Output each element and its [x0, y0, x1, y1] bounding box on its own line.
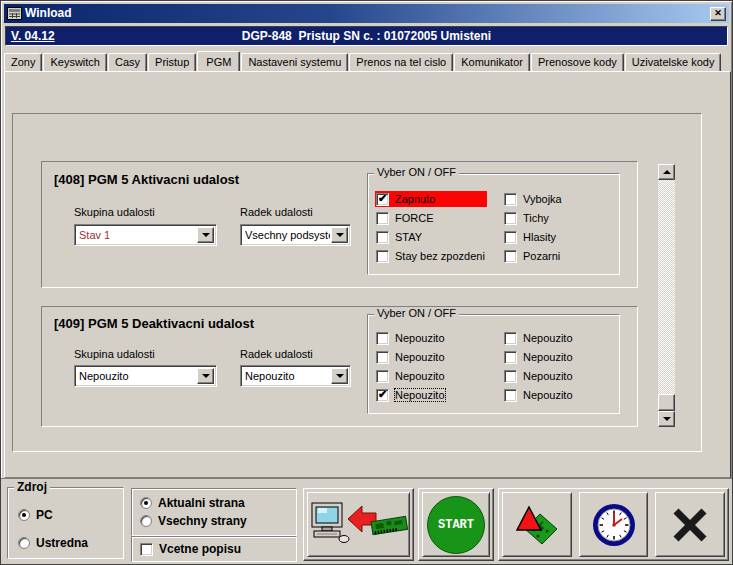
- checkbox[interactable]: [504, 351, 517, 364]
- option-pozarni[interactable]: Pozarni: [504, 248, 560, 264]
- tab-strip: Zony Keyswitch Casy Pristup PGM Nastaven…: [4, 50, 729, 71]
- group-title: [408] PGM 5 Aktivacni udalost: [54, 172, 239, 187]
- checkbox[interactable]: [504, 250, 517, 263]
- dropdown-button[interactable]: [197, 227, 214, 243]
- radio-button[interactable]: [140, 515, 152, 527]
- checkbox[interactable]: [504, 193, 517, 206]
- tab-label: Uzivatelske kody: [632, 56, 715, 68]
- clock-icon: [590, 501, 638, 549]
- radio-aktualni-strana[interactable]: Aktualni strana: [140, 496, 245, 510]
- tab-label: Prenosove kody: [538, 56, 617, 68]
- option-tichy[interactable]: Tichy: [504, 210, 549, 226]
- alert-board-icon: [513, 501, 561, 549]
- checkbox[interactable]: [376, 370, 389, 383]
- dropdown-button[interactable]: [197, 368, 214, 384]
- checkbox[interactable]: [376, 193, 389, 206]
- tab-keyswitch[interactable]: Keyswitch: [43, 53, 107, 71]
- radio-vsechny-strany[interactable]: Vsechny strany: [140, 514, 247, 528]
- tab-label: Keyswitch: [50, 56, 100, 68]
- chevron-down-icon: [202, 374, 210, 378]
- checkbox-label: Pozarni: [523, 250, 560, 262]
- tab-uzivatelske-kody[interactable]: Uzivatelske kody: [625, 53, 722, 71]
- page-scope-panel: Aktualni strana Vsechny strany: [131, 488, 297, 536]
- start-button[interactable]: START: [422, 492, 490, 557]
- option-nepouzito-3[interactable]: Nepouzito: [376, 368, 445, 384]
- option-vybojka[interactable]: Vybojka: [504, 191, 562, 207]
- vertical-scrollbar[interactable]: [658, 164, 675, 427]
- checkbox[interactable]: [140, 543, 153, 556]
- checkbox[interactable]: [376, 389, 389, 402]
- tab-prenos-na-tel-cislo[interactable]: Prenos na tel cislo: [349, 53, 453, 71]
- verify-module-button[interactable]: [502, 492, 572, 557]
- checkbox-label: STAY: [395, 231, 422, 243]
- checkbox[interactable]: [504, 231, 517, 244]
- event-row-combobox[interactable]: Vsechny podsyste: [240, 224, 351, 246]
- app-header: V. 04.12 DGP-848 Pristup SN c. : 0107200…: [5, 26, 728, 46]
- scroll-down-button[interactable]: [658, 411, 675, 427]
- chevron-down-icon: [202, 233, 210, 237]
- tab-komunikator[interactable]: Komunikator: [454, 53, 530, 71]
- tab-label: Zony: [11, 56, 35, 68]
- event-group-combobox[interactable]: Nepouzito: [74, 365, 217, 387]
- pc-transfer-icon: [310, 497, 408, 553]
- event-row-label: Radek udalosti: [240, 348, 313, 360]
- option-zapnuto[interactable]: Zapnuto: [375, 191, 487, 207]
- option-nepouzito-6[interactable]: Nepouzito: [504, 349, 573, 365]
- radio-pc[interactable]: PC: [18, 508, 53, 522]
- tab-casy[interactable]: Casy: [108, 53, 147, 71]
- checkbox[interactable]: [376, 212, 389, 225]
- radio-button[interactable]: [18, 509, 30, 521]
- option-nepouzito-7[interactable]: Nepouzito: [504, 368, 573, 384]
- tab-pristup[interactable]: Pristup: [148, 53, 196, 71]
- dropdown-button[interactable]: [331, 227, 348, 243]
- checkbox[interactable]: [504, 389, 517, 402]
- event-group-label: Skupina udalosti: [74, 206, 155, 218]
- option-stay-bez-zpozdeni[interactable]: Stay bez zpozdeni: [376, 248, 485, 264]
- pgm-tab-page: [408] PGM 5 Aktivacni udalost Skupina ud…: [4, 71, 731, 478]
- combobox-value: Nepouzito: [79, 370, 196, 382]
- checkbox[interactable]: [504, 212, 517, 225]
- transfer-to-pc-button[interactable]: [307, 492, 410, 557]
- include-labels-panel: Vcetne popisu: [131, 536, 297, 562]
- tab-prenosove-kody[interactable]: Prenosove kody: [531, 53, 624, 71]
- close-window-button[interactable]: ✕: [710, 7, 726, 21]
- radio-button[interactable]: [140, 497, 152, 509]
- event-group-combobox[interactable]: Stav 1: [74, 224, 217, 246]
- checkbox[interactable]: [376, 250, 389, 263]
- tab-pgm[interactable]: PGM: [197, 51, 240, 71]
- checkbox[interactable]: [376, 332, 389, 345]
- radio-ustredna[interactable]: Ustredna: [18, 536, 88, 550]
- checkbox[interactable]: [376, 231, 389, 244]
- option-hlasity[interactable]: Hlasity: [504, 229, 556, 245]
- cancel-button[interactable]: [655, 492, 725, 557]
- checkbox[interactable]: [504, 332, 517, 345]
- scrollbar-thumb[interactable]: [658, 394, 675, 411]
- arrow-down-icon: [663, 417, 671, 421]
- option-stay[interactable]: STAY: [376, 229, 422, 245]
- schedule-button[interactable]: [579, 492, 649, 557]
- include-labels-option[interactable]: Vcetne popisu: [140, 541, 241, 557]
- checkbox[interactable]: [376, 351, 389, 364]
- tab-nastaveni-systemu[interactable]: Nastaveni systemu: [241, 53, 348, 71]
- checkbox-label: Nepouzito: [523, 389, 573, 401]
- option-nepouzito-8[interactable]: Nepouzito: [504, 387, 573, 403]
- dropdown-button[interactable]: [331, 368, 348, 384]
- event-row-combobox[interactable]: Nepouzito: [240, 365, 351, 387]
- chevron-down-icon: [336, 233, 344, 237]
- option-nepouzito-2[interactable]: Nepouzito: [376, 349, 445, 365]
- checkbox-label: Nepouzito: [395, 332, 445, 344]
- start-circle-icon: START: [427, 496, 485, 554]
- option-nepouzito-5[interactable]: Nepouzito: [504, 330, 573, 346]
- option-nepouzito-1[interactable]: Nepouzito: [376, 330, 445, 346]
- scroll-up-button[interactable]: [658, 164, 675, 180]
- title-bar[interactable]: Winload ✕: [4, 4, 729, 23]
- onoff-legend: Vyber ON / OFF: [374, 166, 459, 178]
- radio-button[interactable]: [18, 537, 30, 549]
- option-nepouzito-4[interactable]: Nepouzito: [376, 387, 445, 403]
- event-group-label: Skupina udalosti: [74, 348, 155, 360]
- checkbox[interactable]: [504, 370, 517, 383]
- option-force[interactable]: FORCE: [376, 210, 434, 226]
- tab-zony[interactable]: Zony: [4, 53, 42, 71]
- source-legend: Zdroj: [14, 480, 50, 494]
- combobox-value: Stav 1: [79, 229, 196, 241]
